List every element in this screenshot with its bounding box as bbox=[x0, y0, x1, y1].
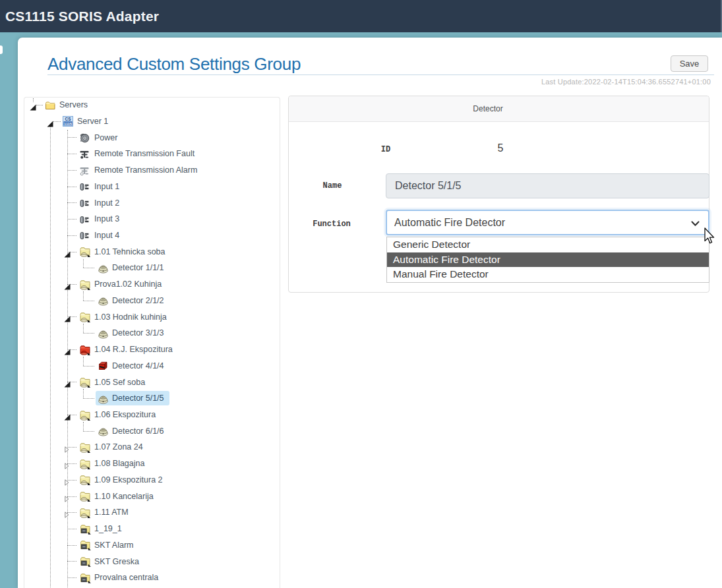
detector-alarm-icon bbox=[98, 361, 108, 371]
tree-item-label: 1.05 Sef soba bbox=[94, 376, 145, 388]
tree-item-label: 1.04 R.J. Ekspozitura bbox=[94, 343, 173, 355]
output-icon bbox=[79, 556, 90, 567]
tree-item-label: SKT Alarm bbox=[94, 539, 134, 551]
tree-item[interactable]: Power bbox=[24, 129, 280, 146]
tree-item-label: Input 2 bbox=[94, 197, 119, 209]
function-dropdown-option[interactable]: Manual Fire Detector bbox=[387, 267, 709, 282]
tree-item-label: Detector 3/1/3 bbox=[112, 327, 164, 339]
chevron-down-icon bbox=[691, 221, 700, 227]
zone-icon bbox=[79, 377, 90, 388]
tree-item[interactable]: Prova1.02 Kuhinja bbox=[24, 276, 280, 293]
cs1115-icon: CS1115 bbox=[63, 116, 73, 127]
tree-item-label: 1.01 Tehnicka soba bbox=[94, 246, 165, 258]
zone-icon bbox=[79, 312, 90, 322]
zone-icon bbox=[79, 491, 90, 502]
tree-item-label: 1.07 Zona 24 bbox=[94, 441, 143, 453]
tree-item-label: Input 3 bbox=[94, 213, 119, 225]
tree-item-label: Power bbox=[94, 132, 117, 144]
input-icon bbox=[79, 230, 90, 241]
tree-item-label: 1.06 Ekspozitura bbox=[94, 409, 156, 421]
tree-item[interactable]: Input 3 bbox=[24, 211, 280, 227]
tree-item[interactable]: SKT Alarm bbox=[24, 537, 280, 553]
tree-item[interactable]: Input 2 bbox=[24, 194, 280, 211]
tree-item[interactable]: Detector 4/1/4 bbox=[24, 357, 280, 374]
tree-item-label: 1.11 ATM bbox=[94, 506, 129, 518]
tree-item-label: Remote Transmission Alarm bbox=[94, 164, 197, 176]
tree-item-label: Provalna centrala bbox=[94, 572, 158, 583]
tree-panel: ServersCS1115Server 1PowerRemote Transmi… bbox=[24, 97, 280, 588]
mouse-cursor bbox=[704, 227, 717, 245]
zone-icon bbox=[79, 247, 90, 257]
tree-item[interactable]: 1.04 R.J. Ekspozitura bbox=[24, 341, 280, 358]
function-select[interactable]: Automatic Fire Detector bbox=[386, 210, 709, 235]
tree-item-label: Server 1 bbox=[77, 115, 108, 127]
id-label: ID bbox=[366, 144, 406, 155]
tree-item-label: 1.08 Blagajna bbox=[94, 457, 144, 469]
tree-item[interactable]: SKT Greska bbox=[24, 553, 280, 570]
detail-panel-title: Detector bbox=[442, 96, 534, 122]
heading-divider bbox=[47, 74, 714, 75]
tree-item-label: Detector 1/1/1 bbox=[112, 262, 164, 274]
zone-icon bbox=[79, 459, 90, 469]
zone-icon bbox=[79, 442, 90, 453]
detector-icon bbox=[98, 394, 108, 404]
tree-item[interactable]: 1_19_1 bbox=[24, 521, 280, 537]
input-icon bbox=[79, 198, 90, 208]
tree-item-label: Detector 6/1/6 bbox=[112, 425, 164, 437]
id-value: 5 bbox=[481, 142, 520, 154]
transmission-light-icon bbox=[79, 165, 90, 176]
detail-panel-header: Detector bbox=[289, 96, 709, 122]
tree-item[interactable]: Detector 2/1/2 bbox=[24, 292, 280, 309]
name-label: Name bbox=[309, 181, 355, 191]
tree-item[interactable]: 1.01 Tehnicka soba bbox=[24, 243, 280, 260]
power-icon bbox=[79, 132, 90, 143]
tree-item[interactable]: 1.07 Zona 24 bbox=[24, 439, 280, 456]
transmission-dark-icon bbox=[79, 149, 90, 160]
tree-item[interactable]: 1.03 Hodnik kuhinja bbox=[24, 309, 280, 325]
tree-item[interactable]: 1.09 Ekspozitura 2 bbox=[24, 471, 280, 488]
tree-item[interactable]: 1.05 Sef soba bbox=[24, 374, 280, 390]
function-dropdown: Generic DetectorAutomatic Fire DetectorM… bbox=[386, 237, 709, 283]
output-icon bbox=[79, 540, 90, 550]
app-title: CS1115 SORIS Adapter bbox=[5, 0, 159, 32]
detector-icon bbox=[98, 328, 108, 339]
tree-item[interactable]: Detector 3/1/3 bbox=[24, 325, 280, 341]
function-dropdown-option[interactable]: Generic Detector bbox=[387, 237, 709, 252]
function-dropdown-option[interactable]: Automatic Fire Detector bbox=[387, 252, 709, 268]
name-input[interactable]: Detector 5/1/5 bbox=[386, 173, 709, 198]
tree-item[interactable]: Detector 5/1/5 bbox=[24, 390, 280, 407]
tree-item[interactable]: Input 1 bbox=[24, 178, 280, 194]
tree-item-label: Input 1 bbox=[94, 181, 119, 192]
detail-panel: Detector ID 5 Name Detector 5/1/5 Functi… bbox=[288, 96, 709, 293]
tree-item[interactable]: Servers bbox=[24, 97, 280, 113]
zone-alarm-icon bbox=[79, 345, 90, 355]
tree-item-label: Input 4 bbox=[94, 229, 119, 241]
tree-item[interactable]: Input 4 bbox=[24, 227, 280, 243]
left-edge-artifact bbox=[0, 45, 3, 54]
tree-item[interactable]: 1.11 ATM bbox=[24, 504, 280, 521]
output-icon bbox=[79, 524, 90, 535]
tree-item[interactable]: CS1115Server 1 bbox=[24, 113, 280, 129]
tree-item[interactable]: Remote Transmission Fault bbox=[24, 146, 280, 162]
detector-icon bbox=[98, 263, 108, 274]
zone-icon bbox=[79, 475, 90, 485]
tree-item[interactable]: 1.10 Kancelarija bbox=[24, 488, 280, 504]
tree-item-label: Remote Transmission Fault bbox=[94, 148, 195, 160]
tree-item[interactable]: 1.08 Blagajna bbox=[24, 456, 280, 472]
svg-text:CS: CS bbox=[65, 117, 72, 121]
tree-item-label: Prova1.02 Kuhinja bbox=[94, 278, 162, 290]
tree-item-label: 1.10 Kancelarija bbox=[94, 490, 154, 502]
tree-item[interactable]: Provalna centrala bbox=[24, 570, 280, 586]
app-window: CS1115 SORIS Adapter Advanced Custom Set… bbox=[0, 0, 722, 588]
last-update-text: Last Update:2022-02-14T15:04:36.6552741+… bbox=[541, 78, 711, 86]
tree-item[interactable]: Detector 6/1/6 bbox=[24, 423, 280, 439]
zone-icon bbox=[79, 410, 90, 421]
save-button[interactable]: Save bbox=[671, 55, 708, 72]
input-icon bbox=[79, 181, 90, 192]
tree-item[interactable]: Remote Transmission Alarm bbox=[24, 162, 280, 179]
tree-item[interactable]: Detector 1/1/1 bbox=[24, 260, 280, 276]
app-header: CS1115 SORIS Adapter bbox=[0, 0, 721, 32]
tree-item-label: SKT Greska bbox=[94, 556, 139, 568]
tree-item[interactable]: 1.06 Ekspozitura bbox=[24, 407, 280, 423]
function-label: Function bbox=[309, 219, 355, 229]
